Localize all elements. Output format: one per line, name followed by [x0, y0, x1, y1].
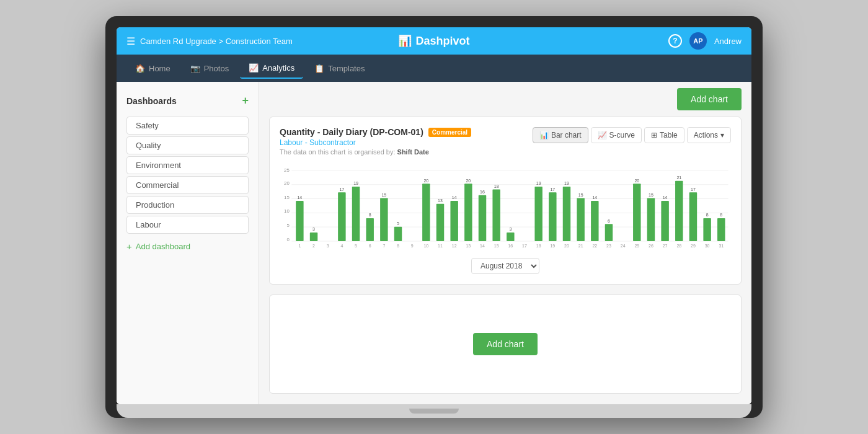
svg-text:14: 14 — [297, 195, 302, 200]
svg-text:2: 2 — [312, 244, 315, 248]
sidebar-item-safety[interactable]: Safety — [126, 117, 249, 135]
svg-text:21: 21 — [578, 244, 583, 248]
chart-card-2: Add chart — [269, 294, 742, 394]
svg-text:26: 26 — [649, 244, 653, 248]
svg-text:5: 5 — [397, 221, 399, 226]
nav-home[interactable]: 🏠 Home — [126, 59, 179, 78]
sidebar-item-environment[interactable]: Environment — [126, 156, 249, 174]
nav-photos-label: Photos — [204, 64, 229, 73]
svg-rect-40 — [436, 204, 444, 241]
svg-text:3: 3 — [327, 244, 329, 248]
svg-text:21: 21 — [676, 175, 681, 180]
s-curve-button[interactable]: 📈 S-curve — [591, 127, 642, 143]
nav-analytics[interactable]: 📈 Analytics — [240, 58, 303, 79]
svg-rect-32 — [394, 227, 402, 241]
svg-text:20: 20 — [284, 180, 290, 186]
bar-chart-container: 0 5 10 15 20 25 — [280, 161, 731, 253]
svg-text:20: 20 — [564, 244, 569, 248]
hamburger-icon[interactable]: ☰ — [126, 35, 135, 47]
svg-text:15: 15 — [381, 193, 386, 197]
svg-rect-80 — [633, 184, 640, 241]
svg-text:20: 20 — [423, 179, 428, 183]
svg-text:31: 31 — [719, 244, 724, 248]
table-button[interactable]: ⊞ Table — [644, 127, 684, 143]
svg-text:12: 12 — [452, 244, 457, 248]
svg-rect-26 — [366, 218, 373, 241]
svg-text:8: 8 — [706, 213, 709, 217]
nav-templates[interactable]: 📋 Templates — [306, 59, 373, 78]
chart-card-1: Quantity - Daily Diary (DP-COM-01) Comme… — [269, 117, 742, 285]
chevron-down-icon: ▾ — [720, 131, 724, 140]
svg-text:15: 15 — [578, 193, 583, 197]
sidebar-item-labour[interactable]: Labour — [126, 216, 249, 234]
svg-text:16: 16 — [480, 190, 485, 194]
svg-text:3: 3 — [509, 227, 512, 231]
svg-text:9: 9 — [411, 244, 414, 248]
add-dashboard-button[interactable]: + Add dashboard — [117, 236, 259, 257]
svg-text:22: 22 — [592, 244, 597, 248]
month-selector[interactable]: August 2018 — [471, 258, 539, 274]
svg-rect-69 — [577, 198, 584, 241]
chart1-title: Quantity - Daily Diary (DP-COM-01) — [280, 127, 423, 137]
user-name: Andrew — [714, 37, 742, 46]
svg-text:8: 8 — [369, 213, 371, 217]
svg-text:27: 27 — [663, 244, 668, 248]
sidebar-item-production[interactable]: Production — [126, 196, 249, 214]
sidebar: Dashboards + Safety Quality Environment … — [117, 82, 259, 404]
home-icon: 🏠 — [135, 64, 145, 73]
svg-rect-86 — [661, 201, 668, 241]
svg-text:13: 13 — [466, 244, 471, 248]
svg-text:19: 19 — [564, 181, 569, 185]
svg-rect-95 — [703, 218, 711, 241]
svg-text:28: 28 — [676, 244, 681, 248]
brand-name: Dashpivot — [415, 35, 469, 48]
svg-text:11: 11 — [438, 244, 443, 248]
actions-button[interactable]: Actions ▾ — [687, 127, 731, 143]
svg-text:17: 17 — [522, 244, 527, 248]
svg-text:16: 16 — [508, 244, 513, 248]
svg-rect-37 — [422, 184, 430, 241]
svg-text:1: 1 — [298, 244, 301, 248]
bar-chart-svg: 0 5 10 15 20 25 — [280, 161, 731, 250]
sidebar-title: Dashboards — [126, 96, 177, 106]
templates-icon: 📋 — [314, 64, 324, 73]
svg-rect-66 — [563, 187, 570, 241]
svg-text:5: 5 — [286, 223, 290, 228]
sidebar-item-commercial[interactable]: Commercial — [126, 176, 249, 194]
avatar: AP — [689, 32, 707, 50]
svg-rect-75 — [605, 224, 613, 241]
svg-text:29: 29 — [691, 244, 696, 248]
svg-text:19: 19 — [536, 181, 541, 185]
secondary-nav: 🏠 Home 📷 Photos 📈 Analytics 📋 Templates — [117, 55, 751, 82]
svg-rect-72 — [591, 201, 598, 241]
svg-rect-20 — [338, 192, 345, 241]
svg-text:8: 8 — [397, 244, 399, 248]
svg-text:10: 10 — [423, 244, 428, 248]
nav-photos[interactable]: 📷 Photos — [182, 59, 237, 78]
bar-chart-button[interactable]: 📊 Bar chart — [533, 127, 588, 143]
sidebar-add-button[interactable]: + — [242, 94, 249, 107]
table-icon: ⊞ — [651, 131, 657, 140]
svg-text:6: 6 — [608, 219, 610, 223]
svg-text:24: 24 — [621, 244, 626, 248]
commercial-badge: Commercial — [428, 128, 471, 137]
chart-controls: 📊 Bar chart 📈 S-curve ⊞ Table — [533, 127, 731, 143]
svg-text:23: 23 — [606, 244, 611, 248]
breadcrumb: Camden Rd Upgrade > Construction Team — [140, 37, 293, 46]
svg-text:14: 14 — [592, 195, 597, 200]
sidebar-item-quality[interactable]: Quality — [126, 136, 249, 154]
add-chart-center-button[interactable]: Add chart — [473, 333, 538, 355]
photos-icon: 📷 — [190, 64, 200, 73]
chart-area: Add chart Quantity - Daily Diary (DP-COM… — [259, 82, 751, 404]
svg-rect-15 — [310, 232, 317, 241]
svg-rect-89 — [675, 181, 683, 241]
add-chart-top-button[interactable]: Add chart — [677, 88, 742, 110]
nav-analytics-label: Analytics — [262, 63, 294, 73]
svg-text:19: 19 — [353, 181, 358, 185]
svg-text:25: 25 — [634, 244, 639, 248]
help-icon[interactable]: ? — [668, 34, 682, 48]
svg-text:18: 18 — [494, 184, 499, 188]
svg-rect-83 — [647, 198, 655, 241]
nav-templates-label: Templates — [328, 64, 365, 73]
svg-text:14: 14 — [452, 195, 457, 200]
